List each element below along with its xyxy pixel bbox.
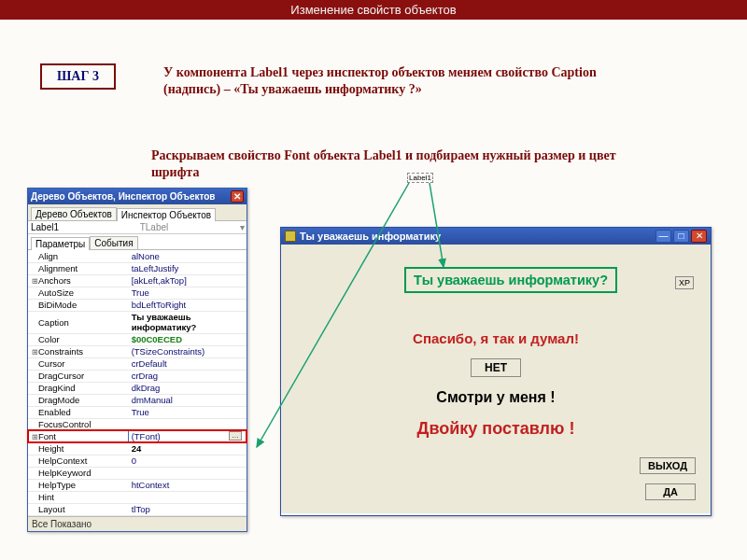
instruction-paragraph-2: Раскрываем свойство Font объекта Label1 … [151,147,637,180]
inspector-sub-tabs: Параметры События [28,234,247,250]
inspector-titlebar[interactable]: Дерево Объектов, Инспектор Объектов ✕ [28,189,247,204]
tab-object-tree[interactable]: Дерево Объектов [31,207,117,220]
form-title-text: Ты уважаешь информатику [300,231,441,242]
tab-object-inspector[interactable]: Инспектор Объектов [117,208,216,221]
table-row[interactable]: DragCursorcrDrag [28,370,247,382]
message-thanks: Спасибо, я так и думал! [281,330,711,346]
step-badge: ШАГ 3 [40,63,116,90]
table-row[interactable]: DragKinddkDrag [28,382,247,394]
table-row[interactable]: CursorcrDefault [28,357,247,370]
table-row[interactable]: ⊞Anchors[akLeft,akTop] [28,274,247,287]
form-titlebar[interactable]: Ты уважаешь информатику — □ ✕ [281,228,711,245]
object-inspector-window: Дерево Объектов, Инспектор Объектов ✕ Де… [27,188,247,532]
table-row[interactable]: Color$00C0ECED [28,333,247,345]
table-row[interactable]: LayouttlTop [28,503,247,515]
label1-component[interactable]: Ты уважаешь информатику? [404,267,617,293]
ellipsis-button[interactable]: … [229,431,242,441]
object-type: TLabel [137,221,237,233]
table-row[interactable]: AlignalNone [28,250,247,262]
label1-design-tag: Label1 [408,174,432,182]
delphi-form-window: Ты уважаешь информатику — □ ✕ Ты уважаеш… [280,227,712,516]
table-row[interactable]: HelpTypehtContext [28,479,247,491]
table-row[interactable]: HelpKeyword [28,467,247,479]
xp-badge[interactable]: XP [675,276,694,289]
chevron-down-icon[interactable]: ▾ [237,221,247,233]
table-row[interactable]: BiDiModebdLeftToRight [28,299,247,311]
inspector-title-text: Дерево Объектов, Инспектор Объектов [31,191,216,202]
inspector-top-tabs: Дерево Объектов Инспектор Объектов [28,204,247,221]
table-row[interactable]: AutoSizeTrue [28,287,247,299]
close-icon[interactable]: ✕ [691,230,707,243]
minimize-icon[interactable]: — [655,230,671,243]
table-row[interactable]: Hint [28,491,247,503]
table-row[interactable]: FocusControl [28,418,247,430]
object-name: Label1 [28,221,137,233]
object-selector[interactable]: Label1 TLabel ▾ [28,221,247,234]
properties-table: AlignalNone AlignmenttaLeftJustify ⊞Anch… [28,250,247,516]
app-icon [285,231,296,242]
table-row[interactable]: EnabledTrue [28,406,247,418]
yes-button[interactable]: ДА [645,483,696,500]
close-icon[interactable]: ✕ [231,190,244,203]
exit-button[interactable]: ВЫХОД [640,457,696,474]
table-row[interactable]: Height24 [28,442,247,455]
instruction-paragraph-1: У компонента Label1 через инспектор объе… [163,64,612,97]
page-title: Изменение свойств объектов [0,0,747,20]
table-row-font[interactable]: ⊞Font(TFont)… [28,430,247,442]
tab-events[interactable]: События [90,236,137,249]
message-warn: Смотри у меня ! [281,389,711,406]
no-button[interactable]: НЕТ [471,358,521,377]
table-row[interactable]: DragModedmManual [28,394,247,406]
table-row[interactable]: ⊞Constraints(TSizeConstraints) [28,345,247,357]
table-row[interactable]: HelpContext0 [28,455,247,467]
inspector-footer: Все Показано [28,516,247,531]
message-grade: Двойку поставлю ! [281,419,711,439]
tab-properties[interactable]: Параметры [31,237,90,250]
table-row[interactable]: AlignmenttaLeftJustify [28,262,247,274]
form-canvas[interactable]: Ты уважаешь информатику? XP Спасибо, я т… [281,245,711,513]
maximize-icon[interactable]: □ [673,230,689,243]
table-row[interactable]: CaptionТы уважаешь информатику? [28,311,247,333]
